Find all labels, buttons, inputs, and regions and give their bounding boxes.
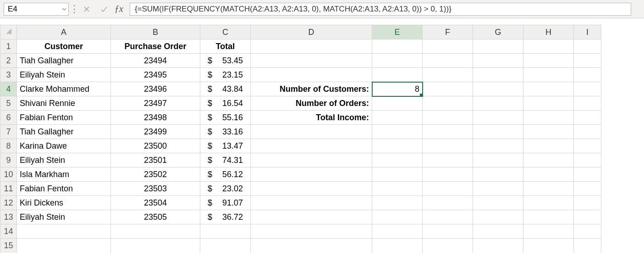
cell-D11[interactable] [251,182,372,196]
cell-B13[interactable]: 23505 [111,210,200,224]
dropdown-icon[interactable] [62,5,66,14]
name-box[interactable]: E4 [4,3,69,16]
cell-A14[interactable] [17,224,111,239]
cell-B8[interactable]: 23500 [111,139,200,153]
cell-D8[interactable] [251,139,372,153]
cell-F2[interactable] [423,54,473,68]
cell-H5[interactable] [523,96,574,111]
cell-H14[interactable] [523,224,574,239]
cell-B10[interactable]: 23502 [111,167,200,182]
cell-E1[interactable] [372,39,423,54]
row-header-1[interactable]: 1 [0,39,17,54]
cell-A9[interactable]: Eiliyah Stein [17,153,111,167]
cell-F15[interactable] [423,239,473,253]
cell-F1[interactable] [423,39,473,54]
cell-H11[interactable] [523,182,574,196]
cell-E6[interactable] [372,111,423,125]
cell-A4[interactable]: Clarke Mohammed [17,82,111,96]
cell-H13[interactable] [523,210,574,224]
cell-G13[interactable] [473,210,523,224]
cell-G6[interactable] [473,111,523,125]
cell-D7[interactable] [251,125,372,139]
cell-A10[interactable]: Isla Markham [17,167,111,182]
cell-G9[interactable] [473,153,523,167]
row-header-9[interactable]: 9 [0,153,17,167]
cell-I12[interactable] [574,196,601,210]
cell-B2[interactable]: 23494 [111,54,200,68]
col-header-A[interactable]: A [17,25,111,39]
cell-F3[interactable] [423,68,473,82]
cell-G5[interactable] [473,96,523,111]
cell-E14[interactable] [372,224,423,239]
cell-E11[interactable] [372,182,423,196]
cell-H2[interactable] [523,54,574,68]
cell-I4[interactable] [574,82,601,96]
cell-G15[interactable] [473,239,523,253]
cell-F12[interactable] [423,196,473,210]
cell-A1[interactable]: Customer [17,39,111,54]
cell-E9[interactable] [372,153,423,167]
cell-D9[interactable] [251,153,372,167]
row-header-11[interactable]: 11 [0,182,17,196]
cell-A8[interactable]: Karina Dawe [17,139,111,153]
cell-G3[interactable] [473,68,523,82]
row-header-2[interactable]: 2 [0,54,17,68]
cell-A12[interactable]: Kiri Dickens [17,196,111,210]
cell-G2[interactable] [473,54,523,68]
fx-icon[interactable]: ƒx [115,4,126,14]
col-header-C[interactable]: C [200,25,251,39]
cell-G1[interactable] [473,39,523,54]
row-header-10[interactable]: 10 [0,167,17,182]
cell-I3[interactable] [574,68,601,82]
cell-H3[interactable] [523,68,574,82]
cell-D3[interactable] [251,68,372,82]
cell-B14[interactable] [111,224,200,239]
col-header-I[interactable]: I [574,25,601,39]
cell-C14[interactable] [200,224,251,239]
row-header-8[interactable]: 8 [0,139,17,153]
cell-D15[interactable] [251,239,372,253]
col-header-H[interactable]: H [523,25,574,39]
cell-C15[interactable] [200,239,251,253]
cell-B7[interactable]: 23499 [111,125,200,139]
cell-A15[interactable] [17,239,111,253]
row-header-5[interactable]: 5 [0,96,17,111]
cell-G12[interactable] [473,196,523,210]
cell-D10[interactable] [251,167,372,182]
cell-F6[interactable] [423,111,473,125]
cell-C12[interactable]: $91.07 [200,196,251,210]
col-header-E[interactable]: E [372,25,423,39]
cell-I5[interactable] [574,96,601,111]
cell-E8[interactable] [372,139,423,153]
cell-I15[interactable] [574,239,601,253]
cell-A3[interactable]: Eiliyah Stein [17,68,111,82]
row-header-6[interactable]: 6 [0,111,17,125]
cell-A13[interactable]: Eiliyah Stein [17,210,111,224]
cell-C11[interactable]: $23.02 [200,182,251,196]
cell-E12[interactable] [372,196,423,210]
col-header-G[interactable]: G [473,25,523,39]
cell-F14[interactable] [423,224,473,239]
cell-G4[interactable] [473,82,523,96]
row-header-12[interactable]: 12 [0,196,17,210]
cell-C1[interactable]: Total [200,39,251,54]
cell-C9[interactable]: $74.31 [200,153,251,167]
cell-F5[interactable] [423,96,473,111]
row-header-3[interactable]: 3 [0,68,17,82]
cell-C6[interactable]: $55.16 [200,111,251,125]
cell-E5[interactable] [372,96,423,111]
cell-D12[interactable] [251,196,372,210]
cell-B3[interactable]: 23495 [111,68,200,82]
cancel-formula-button[interactable] [80,3,94,16]
cell-C7[interactable]: $33.16 [200,125,251,139]
cell-D13[interactable] [251,210,372,224]
col-header-B[interactable]: B [111,25,200,39]
cell-B12[interactable]: 23504 [111,196,200,210]
cell-H9[interactable] [523,153,574,167]
cell-E3[interactable] [372,68,423,82]
cell-I1[interactable] [574,39,601,54]
cell-D5[interactable]: Number of Orders: [251,96,372,111]
cell-A11[interactable]: Fabian Fenton [17,182,111,196]
cell-F7[interactable] [423,125,473,139]
cell-I8[interactable] [574,139,601,153]
